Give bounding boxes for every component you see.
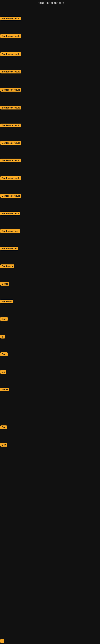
bottleneck-badge: Bottle: [0, 282, 9, 286]
bottleneck-badge: Bottleneck result: [0, 17, 21, 20]
bottleneck-badge: Bottleneck result: [0, 88, 21, 92]
bottleneck-badge: Bottleneck resul: [0, 212, 20, 215]
bottleneck-badge: Bottleneck result: [0, 34, 21, 38]
bottleneck-badge: |: [0, 639, 4, 643]
bottleneck-badge: Bottleneck res: [0, 247, 18, 250]
bottleneck-badge: Bot: [0, 426, 7, 429]
bottleneck-badge: Bottleneck resu: [0, 229, 20, 233]
bottleneck-badge: Bottleneck result: [0, 194, 21, 198]
bottleneck-badge: Bottle: [0, 388, 9, 391]
bottleneck-badge: Bo: [0, 370, 6, 374]
bottleneck-badge: Bottleneck result: [0, 124, 21, 127]
bottleneck-badge: Bottleneck: [0, 264, 14, 268]
bottleneck-badge: Bott: [0, 352, 8, 356]
bottleneck-badge: Bottleneck result: [0, 70, 21, 74]
bottleneck-badge: Bolt: [0, 443, 7, 446]
bottleneck-badge: B: [0, 335, 5, 338]
bottleneck-badge: Bottleneck result: [0, 176, 21, 180]
bottleneck-badge: Bottlenec: [0, 300, 13, 303]
site-title: TheBottlenecker.com: [0, 0, 100, 5]
bottleneck-badge: Bottleneck result: [0, 52, 21, 56]
bottleneck-badge: Bott: [0, 317, 8, 321]
bottleneck-badge: Bottleneck result: [0, 106, 21, 110]
bottleneck-badge: Bottleneck result: [0, 158, 21, 162]
bottleneck-badge: Bottleneck result: [0, 141, 21, 145]
